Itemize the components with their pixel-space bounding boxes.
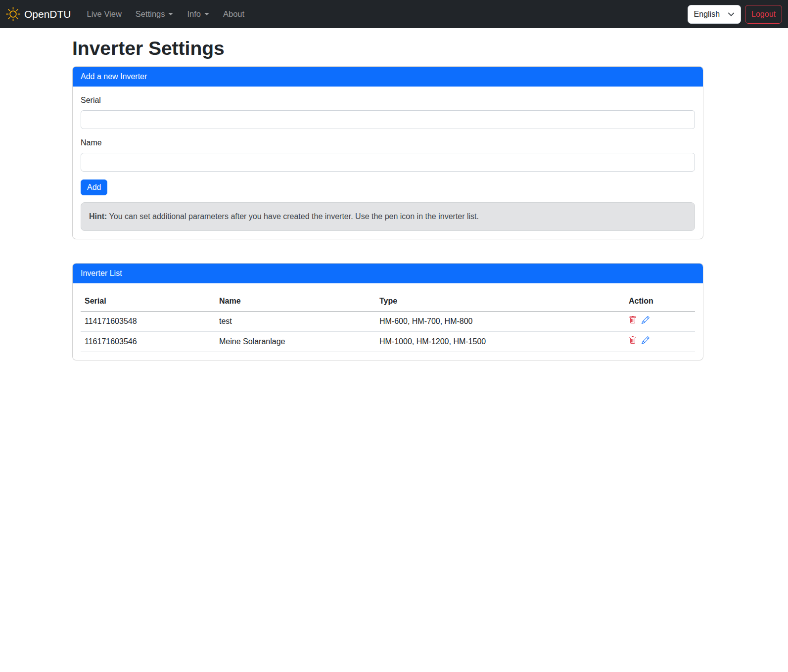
caret-down-icon [204, 13, 209, 15]
table-row: 114171603548 test HM-600, HM-700, HM-800 [81, 311, 695, 331]
nav-item-about[interactable]: About [216, 4, 251, 24]
delete-inverter-button[interactable] [629, 316, 637, 324]
table-row: 116171603546 Meine Solaranlage HM-1000, … [81, 331, 695, 352]
column-header-action: Action [625, 291, 695, 312]
nav-item-label: Settings [136, 8, 165, 20]
add-inverter-card: Add a new Inverter Serial Name Add Hint:… [72, 66, 703, 239]
inverter-list-card-body: Serial Name Type Action 114171603548 tes… [73, 283, 703, 360]
hint-label: Hint: [89, 212, 107, 221]
cell-name: Meine Solaranlage [215, 331, 375, 352]
nav-item-label: Info [187, 8, 201, 20]
add-button[interactable]: Add [81, 179, 107, 195]
table-header-row: Serial Name Type Action [81, 291, 695, 312]
logout-button[interactable]: Logout [745, 5, 782, 24]
inverter-table: Serial Name Type Action 114171603548 tes… [81, 291, 695, 352]
delete-inverter-button[interactable] [629, 336, 637, 344]
column-header-type: Type [375, 291, 625, 312]
navbar: OpenDTU Live View Settings Info About En… [0, 0, 788, 28]
hint-alert: Hint: You can set additional parameters … [81, 202, 695, 231]
serial-label: Serial [81, 94, 101, 106]
add-inverter-card-header: Add a new Inverter [73, 67, 703, 87]
nav-links: Live View Settings Info About [80, 4, 252, 24]
language-select[interactable]: English [688, 5, 741, 24]
cell-type: HM-600, HM-700, HM-800 [375, 311, 625, 331]
hint-text: You can set additional parameters after … [107, 212, 479, 221]
brand-label: OpenDTU [24, 6, 71, 22]
caret-down-icon [168, 13, 173, 15]
cell-action [625, 311, 695, 331]
name-input[interactable] [81, 153, 695, 172]
chevron-down-icon [728, 11, 735, 18]
navbar-right: English Logout [688, 5, 782, 24]
inverter-list-card-header: Inverter List [73, 264, 703, 283]
cell-serial: 116171603546 [81, 331, 215, 352]
trash-icon [629, 316, 637, 324]
nav-item-label: About [223, 8, 244, 20]
column-header-name: Name [215, 291, 375, 312]
cell-name: test [215, 311, 375, 331]
cell-type: HM-1000, HM-1200, HM-1500 [375, 331, 625, 352]
column-header-serial: Serial [81, 291, 215, 312]
name-label: Name [81, 137, 102, 149]
language-selected-value: English [694, 8, 720, 20]
nav-item-settings[interactable]: Settings [129, 4, 181, 24]
inverter-list-card: Inverter List Serial Name Type Action 11… [72, 263, 703, 360]
cell-action [625, 331, 695, 352]
brand[interactable]: OpenDTU [6, 6, 71, 22]
nav-item-label: Live View [87, 8, 122, 20]
pencil-icon [642, 316, 649, 324]
nav-item-info[interactable]: Info [180, 4, 216, 24]
pencil-icon [642, 336, 649, 344]
serial-input[interactable] [81, 110, 695, 129]
page-title: Inverter Settings [72, 37, 703, 60]
trash-icon [629, 336, 637, 344]
edit-inverter-button[interactable] [642, 336, 649, 344]
add-inverter-card-body: Serial Name Add Hint: You can set additi… [73, 87, 703, 239]
nav-item-live-view[interactable]: Live View [80, 4, 129, 24]
cell-serial: 114171603548 [81, 311, 215, 331]
main-content: Inverter Settings Add a new Inverter Ser… [72, 28, 703, 360]
sun-icon [6, 7, 20, 21]
edit-inverter-button[interactable] [642, 316, 649, 324]
